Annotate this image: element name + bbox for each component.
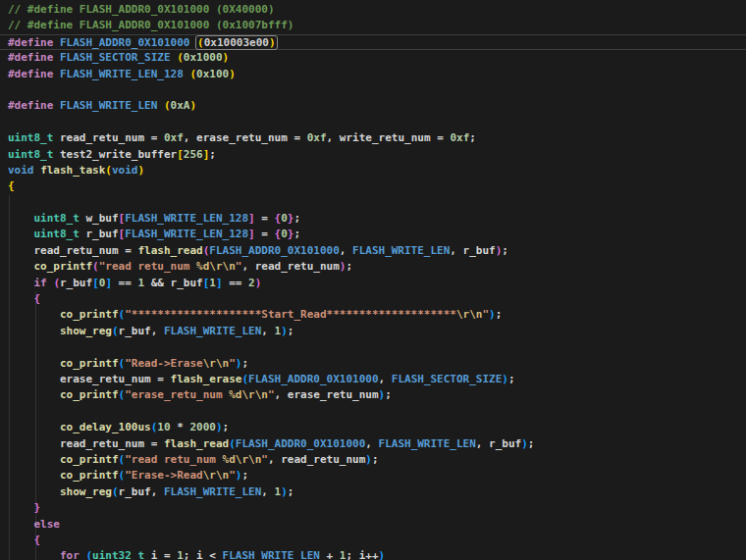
code-line[interactable]: { <box>8 291 746 307</box>
code-token: ] <box>216 277 223 289</box>
code-token: , <box>365 437 378 450</box>
code-line[interactable]: } <box>8 500 746 516</box>
code-token: ) <box>216 421 223 433</box>
code-token: 0 <box>281 228 288 240</box>
code-token: else <box>34 518 61 531</box>
code-token: , <box>340 244 352 257</box>
code-token: ; <box>469 131 476 144</box>
code-line[interactable]: read_retu_num = flash_read(FLASH_ADDR0_0… <box>8 436 746 452</box>
code-line-current[interactable]: #define FLASH_ADDR0_0X101000 (0x10003e00… <box>0 34 746 50</box>
code-line[interactable]: #define FLASH_SECTOR_SIZE (0x1000) <box>8 50 746 66</box>
code-line[interactable]: co_printf("read retu_num %d\r\n", read_r… <box>8 259 746 275</box>
code-line[interactable]: #define FLASH_WRITE_LEN_128 (0x100) <box>8 67 746 82</box>
code-editor[interactable]: // #define FLASH_ADDR0_0X101000 (0X40000… <box>0 0 746 560</box>
code-token: ; <box>293 212 300 225</box>
code-token: erase_retu_num = <box>8 373 171 385</box>
code-token: r_buf, <box>119 485 164 498</box>
code-token: "Read->Erase <box>125 357 202 370</box>
code-token <box>53 68 60 80</box>
code-token: FLASH_ADDR0_0X101000 <box>236 437 365 450</box>
code-line[interactable]: { <box>8 178 746 194</box>
code-token: ) <box>229 68 236 80</box>
code-token: %d\r\n <box>223 453 262 466</box>
code-token: 2 <box>248 277 255 289</box>
code-line[interactable]: uint8_t test2_write_buffer[256]; <box>8 147 746 163</box>
code-line[interactable]: else <box>8 517 746 533</box>
code-token: co_printf <box>34 260 93 273</box>
code-token: " <box>268 388 275 401</box>
code-line[interactable] <box>8 195 746 211</box>
code-line[interactable]: co_printf("read retu_num %d\r\n", read_r… <box>8 452 746 468</box>
code-token: read_retu_num = <box>53 131 164 144</box>
code-token: ; <box>241 357 248 370</box>
code-line[interactable]: co_delay_100us(10 * 2000); <box>8 420 746 435</box>
code-token <box>53 51 60 64</box>
code-line[interactable]: co_printf("erase_retu_num %d\r\n", erase… <box>8 387 746 403</box>
code-token: FLASH_WRITE_LEN_128 <box>60 68 184 80</box>
code-token <box>8 421 60 433</box>
code-line[interactable]: uint8_t read_retu_num = 0xf, erase_retu_… <box>8 130 746 146</box>
code-line[interactable]: #define FLASH_WRITE_LEN (0xA) <box>8 98 746 114</box>
code-token: %d\r\n <box>229 388 268 401</box>
code-line[interactable]: show_reg(r_buf, FLASH_WRITE_LEN, 1); <box>8 324 746 339</box>
code-token: co_printf <box>60 357 119 370</box>
code-token: ) <box>502 373 508 385</box>
code-token: ; <box>508 373 515 385</box>
code-token: ; i++ <box>346 549 378 560</box>
code-token: } <box>34 501 41 514</box>
code-token: ; <box>385 388 392 401</box>
code-token: FLASH_WRITE_LEN <box>379 437 476 450</box>
code-token: ; <box>209 148 216 161</box>
code-line[interactable]: // #define FLASH_ADDR0_0X101000 (0x1007b… <box>8 18 746 33</box>
code-line[interactable]: co_printf("Read->Erase\r\n"); <box>8 356 746 372</box>
code-token: FLASH_ADDR0_0X101000 <box>209 244 339 257</box>
code-token <box>8 308 60 321</box>
code-token: { <box>34 534 41 546</box>
code-line[interactable] <box>8 82 746 98</box>
code-line[interactable]: // #define FLASH_ADDR0_0X101000 (0X40000… <box>8 2 746 18</box>
code-line[interactable] <box>8 115 746 130</box>
code-token: ; <box>502 244 508 257</box>
code-line[interactable] <box>8 339 746 355</box>
code-token: 256 <box>184 148 203 161</box>
code-token: ( <box>105 164 112 177</box>
code-token <box>8 388 60 401</box>
code-line[interactable]: for (uint32_t i = 1; i < FLASH_WRITE_LEN… <box>8 548 746 560</box>
code-line[interactable]: uint8_t r_buf[FLASH_WRITE_LEN_128] = {0}… <box>8 227 746 242</box>
code-token <box>8 260 34 273</box>
code-token: 0xf <box>164 131 184 144</box>
code-token: = <box>255 228 275 240</box>
code-token: [ <box>177 148 184 161</box>
code-token: == <box>223 277 249 289</box>
code-token: * <box>171 421 190 433</box>
code-token: , <box>261 485 274 498</box>
code-token <box>8 212 34 225</box>
code-token: ] <box>248 228 255 240</box>
code-token: , read_retu_num <box>268 453 365 466</box>
code-token: %d\r\n <box>196 260 236 273</box>
code-token: ( <box>164 99 171 112</box>
code-line[interactable]: co_printf("Erase->Read\r\n"); <box>8 468 746 484</box>
code-token: w_buf <box>80 212 119 225</box>
code-token: flash_erase <box>171 373 242 385</box>
code-line[interactable]: erase_retu_num = flash_erase(FLASH_ADDR0… <box>8 372 746 387</box>
code-token: "Erase->Read <box>125 469 202 482</box>
code-token: \r\n <box>203 357 230 370</box>
code-line[interactable]: { <box>8 533 746 548</box>
code-token: // #define FLASH_ADDR0_0X101000 (0x1007b… <box>8 19 293 31</box>
code-token: 0 <box>281 212 288 225</box>
code-token: void <box>8 164 34 177</box>
code-token: ; <box>288 325 294 337</box>
code-line[interactable]: show_reg(r_buf, FLASH_WRITE_LEN, 1); <box>8 484 746 500</box>
code-line[interactable]: read_retu_num = flash_read(FLASH_ADDR0_0… <box>8 243 746 259</box>
code-token <box>8 228 34 240</box>
code-token: co_printf <box>60 453 119 466</box>
code-token: { <box>8 179 15 192</box>
code-line[interactable]: uint8_t w_buf[FLASH_WRITE_LEN_128] = {0}… <box>8 211 746 227</box>
code-token: r_buf <box>80 228 119 240</box>
code-line[interactable] <box>8 404 746 420</box>
code-token: ) <box>137 164 144 177</box>
code-line[interactable]: void flash_task(void) <box>8 163 746 178</box>
code-line[interactable]: co_printf("********************Start_Rea… <box>8 307 746 323</box>
code-line[interactable]: if (r_buf[0] == 1 && r_buf[1] == 2) <box>8 276 746 291</box>
